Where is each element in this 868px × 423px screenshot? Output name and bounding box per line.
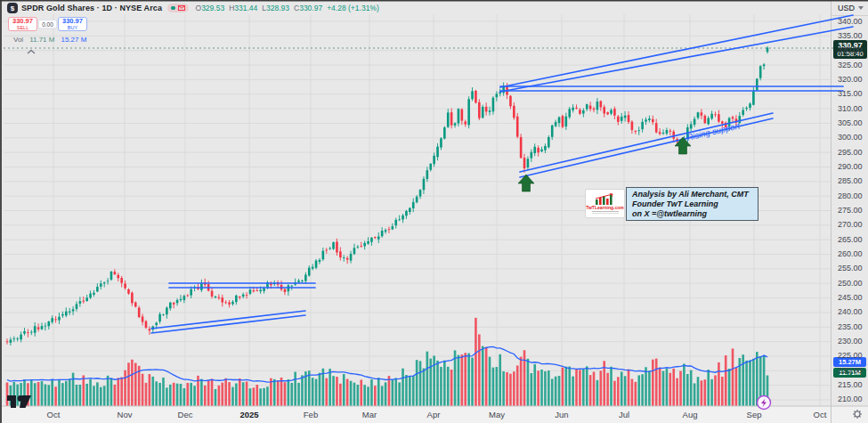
volume-bar (582, 369, 585, 406)
volume-bar (631, 379, 634, 406)
candle-body (575, 108, 578, 109)
time-axis[interactable]: OctNovDec2025FebMarAprMayJunJulAugSepOct (0, 406, 868, 423)
volume-bar (478, 334, 481, 406)
candle-body (423, 179, 426, 190)
candle-body (120, 278, 123, 283)
volume-bar (405, 375, 408, 406)
candle-body (426, 170, 429, 179)
price-tick: 235.00 (838, 323, 863, 331)
market-status-pill[interactable] (167, 4, 189, 12)
candle-body (169, 303, 172, 309)
volume-bar (527, 359, 530, 406)
volume-bar (516, 365, 519, 406)
volume-bar (506, 372, 508, 406)
candle-body (637, 130, 640, 131)
time-tick: Apr (427, 410, 441, 419)
price-tick: 245.00 (838, 294, 863, 302)
candle-body (558, 118, 561, 123)
candle-body (482, 107, 484, 118)
candle-body (96, 287, 99, 291)
time-tick: 2025 (239, 410, 258, 419)
candle-body (93, 293, 95, 295)
candle-body (6, 341, 9, 342)
volume-bar (47, 385, 50, 406)
candle-body (290, 286, 293, 287)
price-tick: 270.00 (838, 221, 863, 229)
candle-body (131, 293, 134, 304)
candle-body (606, 112, 609, 114)
trendline[interactable] (500, 15, 853, 87)
time-tick: Jul (619, 410, 629, 419)
volume-bar (645, 367, 647, 406)
candle-body (409, 208, 411, 212)
candle-body (381, 231, 384, 236)
volume-bar (54, 386, 57, 406)
time-tick: Sep (747, 410, 762, 419)
twt-logo-card: TwTLearning.com (585, 189, 625, 218)
analysis-annotation[interactable]: Analysis by Ali Merchant, CMT Founder Tw… (626, 187, 758, 221)
volume-bar (662, 371, 665, 406)
volume-bar (37, 382, 40, 406)
candle-body (173, 303, 175, 305)
volume-bar (127, 362, 130, 406)
time-tick: Nov (118, 410, 133, 419)
price-axis[interactable]: USD 330.97 01:58:40 15.27M 11.71M 340.00… (831, 0, 868, 423)
volume-bar (586, 366, 588, 406)
gear-icon[interactable] (852, 409, 863, 419)
volume-bar (489, 357, 491, 406)
volume-bar (142, 374, 144, 406)
volume-bar (41, 381, 44, 406)
candle-body (51, 318, 53, 321)
price-tick: 280.00 (838, 192, 863, 200)
volume-bar (30, 380, 33, 406)
currency-selector[interactable]: USD (838, 4, 864, 12)
volume-bar (398, 382, 401, 406)
buy-button[interactable]: 330.97BUY (58, 17, 87, 31)
trendline[interactable] (500, 27, 853, 92)
tradingview-window: Rising support $ SPDR Gold Shares · 1D ·… (0, 0, 868, 423)
volume-bar (325, 378, 328, 406)
volume-bar (6, 382, 9, 406)
candle-body (158, 314, 161, 321)
candle-body (363, 243, 366, 247)
candle-body (27, 332, 29, 333)
sell-button[interactable]: 330.97SELL (8, 17, 37, 31)
candle-body (742, 110, 744, 115)
candle-body (12, 338, 15, 339)
volume-bar (533, 364, 536, 406)
candle-body (246, 295, 248, 296)
close-value: C330.97 (294, 4, 322, 12)
volume-bar (683, 363, 685, 406)
candle-body (249, 289, 252, 294)
candle-body (312, 267, 314, 269)
volume-bar (467, 354, 470, 406)
symbol-title[interactable]: SPDR Gold Shares · 1D · NYSE Arca (21, 4, 162, 12)
candle-body (690, 125, 693, 129)
volume-bar (697, 377, 700, 406)
volume-bar (436, 361, 439, 406)
candle-body (416, 197, 418, 202)
price-tick: 275.00 (838, 207, 863, 215)
candle-body (72, 309, 75, 311)
volume-bar (290, 383, 293, 406)
volume-bar (388, 376, 391, 406)
symbol-logo[interactable]: $ (7, 3, 18, 13)
trendline[interactable] (151, 315, 305, 333)
volume-bar (672, 369, 675, 406)
volume-bar (409, 377, 411, 406)
volume-bar (145, 383, 148, 406)
candle-body (745, 108, 748, 109)
volume-bar (565, 367, 568, 406)
twt-logo-tagline (592, 211, 619, 214)
volume-bar (721, 377, 724, 406)
chevron-collapse-icon[interactable] (26, 49, 37, 55)
volume-bar (370, 379, 373, 406)
volume-bar (363, 385, 366, 406)
high-value: H331.44 (229, 4, 257, 12)
candle-body (107, 281, 110, 281)
volume-bar (242, 382, 245, 406)
market-open-dot (171, 6, 175, 11)
volume-bar (648, 370, 651, 406)
volume-bar (69, 378, 71, 406)
trendline[interactable] (151, 311, 305, 329)
